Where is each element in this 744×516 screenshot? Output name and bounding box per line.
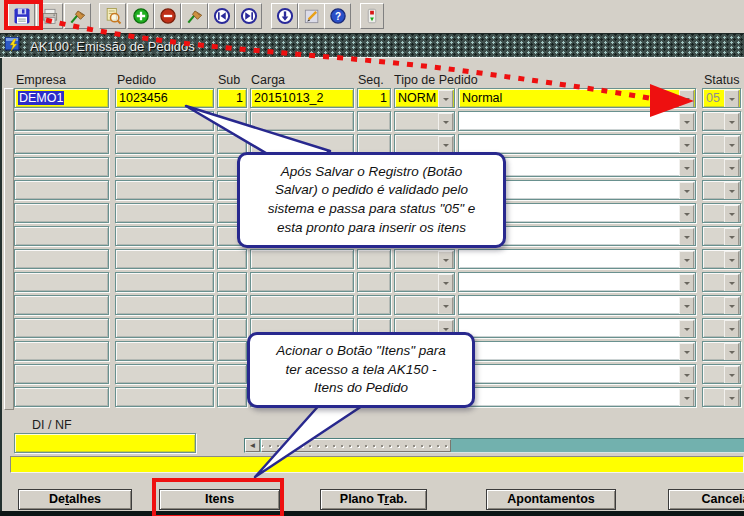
field-carga-empty[interactable] xyxy=(250,134,354,154)
chevron-down-icon[interactable] xyxy=(679,251,694,269)
field-pedido-empty[interactable] xyxy=(115,249,214,269)
field-pedido-empty[interactable] xyxy=(115,157,214,177)
field-sub-empty[interactable] xyxy=(217,364,247,384)
chevron-down-icon[interactable] xyxy=(679,320,694,338)
chevron-down-icon[interactable] xyxy=(438,113,453,131)
field-sub-empty[interactable] xyxy=(217,249,247,269)
chevron-down-icon[interactable] xyxy=(679,274,694,292)
field-tipo_code-empty[interactable] xyxy=(394,134,455,154)
field-sub-empty[interactable] xyxy=(217,111,247,131)
chevron-down-icon[interactable] xyxy=(724,205,739,223)
field-seq-empty[interactable] xyxy=(357,111,391,131)
scrollbar-thumb[interactable] xyxy=(261,439,451,452)
field-empresa-empty[interactable] xyxy=(14,111,109,131)
field-tipo_desc-empty[interactable] xyxy=(458,387,696,407)
chevron-down-icon[interactable] xyxy=(724,274,739,292)
field-tipo_code-empty[interactable] xyxy=(394,295,455,315)
chevron-down-icon[interactable] xyxy=(679,228,694,246)
field-pedido-empty[interactable] xyxy=(115,318,214,338)
footer-button-detalhes[interactable]: Detalhes xyxy=(18,489,132,510)
field-carga-empty[interactable] xyxy=(250,249,354,269)
field-sub[interactable]: 1 xyxy=(217,88,247,108)
field-pedido-empty[interactable] xyxy=(115,295,214,315)
scroll-down-button[interactable] xyxy=(271,3,298,29)
field-status-empty[interactable] xyxy=(702,249,741,269)
footer-button-itens[interactable]: Itens xyxy=(159,489,280,510)
chevron-down-icon[interactable] xyxy=(679,113,694,131)
field-empresa-empty[interactable] xyxy=(14,341,109,361)
field-sub-empty[interactable] xyxy=(217,134,247,154)
field-empresa-empty[interactable] xyxy=(14,134,109,154)
field-tipo_desc-empty[interactable] xyxy=(458,364,696,384)
chevron-down-icon[interactable] xyxy=(679,136,694,154)
help-button[interactable]: ? xyxy=(324,3,351,29)
di-nf-field[interactable] xyxy=(14,433,196,453)
chevron-down-icon[interactable] xyxy=(679,182,694,200)
chevron-down-icon[interactable] xyxy=(724,320,739,338)
chevron-down-icon[interactable] xyxy=(724,389,739,407)
field-pedido-empty[interactable] xyxy=(115,387,214,407)
field-empresa-empty[interactable] xyxy=(14,180,109,200)
next-record-button[interactable] xyxy=(235,3,262,29)
chevron-down-icon[interactable] xyxy=(724,113,739,131)
chevron-down-icon[interactable] xyxy=(724,136,739,154)
query-button[interactable] xyxy=(99,3,126,29)
footer-button-apontamentos[interactable]: Apontamentos xyxy=(486,489,616,510)
field-seq-empty[interactable] xyxy=(357,272,391,292)
horizontal-scrollbar[interactable]: ◄ xyxy=(244,438,744,453)
field-tipo_desc-empty[interactable] xyxy=(458,134,696,154)
exit-button[interactable] xyxy=(360,3,384,29)
field-tipo_desc-empty[interactable] xyxy=(458,111,696,131)
field-pedido-empty[interactable] xyxy=(115,226,214,246)
field-pedido-empty[interactable] xyxy=(115,341,214,361)
field-empresa[interactable]: DEMO1 xyxy=(14,88,109,108)
field-status-empty[interactable] xyxy=(702,180,741,200)
field-empresa-empty[interactable] xyxy=(14,387,109,407)
chevron-down-icon[interactable] xyxy=(724,251,739,269)
chevron-down-icon[interactable] xyxy=(724,228,739,246)
message-bar-field[interactable] xyxy=(10,456,744,473)
previous-record-button[interactable] xyxy=(208,3,235,29)
field-tipo_code[interactable]: NORM xyxy=(394,88,455,108)
field-sub-empty[interactable] xyxy=(217,387,247,407)
chevron-down-icon[interactable] xyxy=(724,159,739,177)
field-status[interactable]: 05 xyxy=(702,88,741,108)
field-carga[interactable]: 20151013_2 xyxy=(250,88,354,108)
edit-button[interactable] xyxy=(298,3,325,29)
chevron-down-icon[interactable] xyxy=(724,182,739,200)
clear-record-button[interactable] xyxy=(181,3,208,29)
scroll-left-arrow-icon[interactable]: ◄ xyxy=(245,439,260,452)
field-seq-empty[interactable] xyxy=(357,295,391,315)
footer-button-plano-trab[interactable]: Plano Trab. xyxy=(320,489,427,510)
field-tipo_code-empty[interactable] xyxy=(394,249,455,269)
field-pedido-empty[interactable] xyxy=(115,272,214,292)
field-empresa-empty[interactable] xyxy=(14,364,109,384)
chevron-down-icon[interactable] xyxy=(438,274,453,292)
field-tipo_desc-empty[interactable] xyxy=(458,249,696,269)
field-tipo_desc-empty[interactable] xyxy=(458,272,696,292)
field-pedido-empty[interactable] xyxy=(115,134,214,154)
field-status-empty[interactable] xyxy=(702,203,741,223)
field-tipo_desc[interactable]: Normal xyxy=(458,88,696,108)
chevron-down-icon[interactable] xyxy=(438,90,453,108)
field-sub-empty[interactable] xyxy=(217,341,247,361)
field-empresa-empty[interactable] xyxy=(14,249,109,269)
field-tipo_code-empty[interactable] xyxy=(394,111,455,131)
chevron-down-icon[interactable] xyxy=(679,90,694,108)
chevron-down-icon[interactable] xyxy=(679,297,694,315)
chevron-down-icon[interactable] xyxy=(724,90,739,108)
field-carga-empty[interactable] xyxy=(250,295,354,315)
field-pedido-empty[interactable] xyxy=(115,111,214,131)
chevron-down-icon[interactable] xyxy=(438,251,453,269)
delete-record-button[interactable] xyxy=(154,3,181,29)
field-empresa-empty[interactable] xyxy=(14,226,109,246)
insert-record-button[interactable] xyxy=(127,3,154,29)
chevron-down-icon[interactable] xyxy=(679,205,694,223)
chevron-down-icon[interactable] xyxy=(679,159,694,177)
field-carga-empty[interactable] xyxy=(250,111,354,131)
chevron-down-icon[interactable] xyxy=(679,343,694,361)
chevron-down-icon[interactable] xyxy=(724,343,739,361)
field-carga-empty[interactable] xyxy=(250,272,354,292)
field-pedido-empty[interactable] xyxy=(115,203,214,223)
field-status-empty[interactable] xyxy=(702,318,741,338)
